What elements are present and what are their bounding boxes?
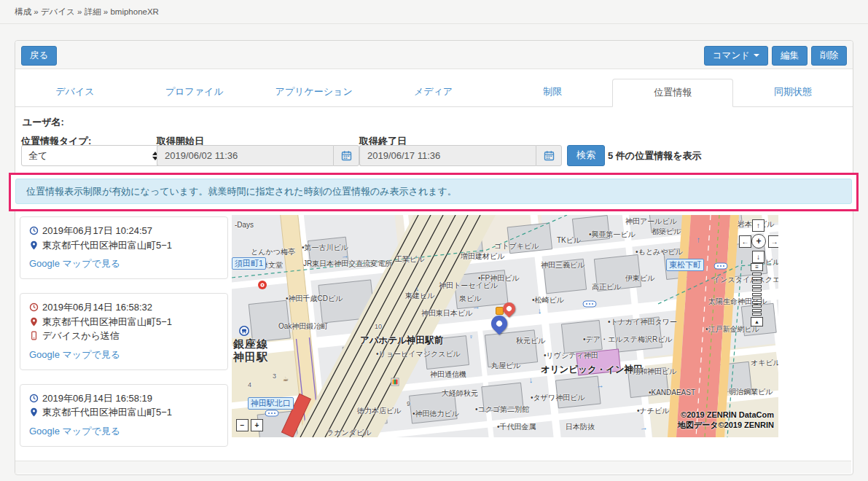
zoom-scale-top[interactable]: ≡: [751, 263, 763, 271]
result-count: 5 件の位置情報を表示: [608, 149, 701, 163]
red-location-pin[interactable]: [500, 300, 517, 317]
map[interactable]: → → → → → → → → → → → → ☕ ♀ -Daysとんかつ梅亭康…: [232, 215, 778, 437]
map-copyright-line2: 地図データ©2019 ZENRIN: [678, 420, 774, 431]
clock-icon: [29, 226, 39, 235]
map-label: 丸屋ビル: [491, 361, 520, 371]
calendar-icon: [544, 150, 555, 161]
end-date-calendar-button[interactable]: [536, 145, 562, 166]
tab-5[interactable]: 位置情報: [612, 79, 733, 107]
map-label: JR東日本神田交直流変電所: [303, 259, 392, 269]
search-button[interactable]: 検索: [567, 145, 605, 166]
google-maps-link[interactable]: Google マップで見る: [29, 257, 120, 270]
zoom-ladder-rung[interactable]: [752, 309, 762, 312]
alert-highlight-annotation: 位置情報表示制限が有効になっています。就業時間に指定された時刻の位置情報のみ表示…: [9, 173, 859, 211]
calendar-icon: [341, 150, 352, 161]
map-label: 徳力本店ビル: [357, 406, 401, 416]
zoom-ladder-rung[interactable]: [752, 273, 762, 275]
map-labels: -Daysとんかつ梅亭康文堂•第一古川ビルJR東日本神田交直流変電所•神田千歳C…: [232, 215, 778, 437]
map-label: オキビル: [751, 358, 778, 368]
map-label: 秋元ビル: [516, 336, 545, 346]
location-datetime: 2019年06月17日 10:24:57: [42, 224, 152, 238]
map-zoom-in-button[interactable]: +: [251, 419, 263, 431]
map-label: 神田東日本ビル: [421, 308, 472, 318]
google-maps-link[interactable]: Google マップで見る: [29, 348, 120, 361]
map-label: •トナカイ神田タワー: [608, 317, 677, 327]
phone-icon: [29, 331, 39, 340]
map-label: 伊東ビル: [625, 273, 654, 283]
tab-3[interactable]: メディア: [374, 79, 493, 107]
panel-footer: [15, 461, 851, 474]
map-label: 高正ビル: [592, 282, 621, 292]
map-label: 増田建材ビル: [461, 251, 504, 262]
location-list: 2019年06月17日 10:24:57東京都千代田区神田富山町5−1Googl…: [20, 216, 228, 459]
map-zoom-out-button[interactable]: −: [236, 419, 249, 431]
zoom-ladder-rung[interactable]: [752, 293, 762, 296]
google-maps-link[interactable]: Google マップで見る: [29, 425, 120, 438]
location-address: 東京都千代田区神田富山町5−1: [42, 405, 172, 420]
breadcrumb[interactable]: 構成 » デバイス » 詳細 » bmiphoneXR: [15, 7, 159, 17]
map-label: •リヴシティ神田: [544, 351, 598, 361]
pan-center-button[interactable]: +: [751, 234, 766, 249]
command-dropdown-button[interactable]: コマンド: [704, 46, 768, 66]
back-button[interactable]: 戻る: [21, 46, 57, 66]
map-label: -Days: [235, 221, 254, 229]
map-label: オリンピック・イン神田: [541, 364, 643, 376]
map-label: 工業ビル: [395, 254, 424, 265]
tab-1[interactable]: プロファイル: [135, 79, 254, 107]
map-label: 神田通信機: [430, 369, 466, 380]
map-label: •リョービイマジクスビル: [376, 349, 461, 359]
map-label: 東松下町: [666, 259, 704, 271]
location-type-select[interactable]: 全て: [21, 145, 165, 166]
zoom-ladder-rung[interactable]: [752, 313, 762, 316]
pan-right-button[interactable]: →: [768, 235, 778, 248]
map-copyright-line1: ©2019 ZENRIN DataCom: [681, 410, 774, 419]
map-pin-icon: [29, 407, 39, 417]
map-pin-icon: [29, 317, 39, 326]
pan-up-button[interactable]: ↑: [752, 219, 765, 232]
map-label: •ナチビル: [637, 406, 669, 416]
end-date-input[interactable]: 2019/06/17 11:36: [359, 145, 536, 166]
map-label: •デア・エルステ梅沢Rビル: [583, 335, 673, 345]
device-sent-label: デバイスから送信: [42, 329, 120, 343]
map-label: •興亜第一ビル: [589, 230, 636, 240]
zoom-ladder-rung[interactable]: [752, 281, 762, 283]
clock-icon: [29, 394, 39, 403]
map-label: 神田アールビル: [625, 216, 677, 227]
map-label: •コクゴ第二別館: [475, 404, 529, 415]
zoom-scale-bottom[interactable]: ▲: [751, 317, 763, 326]
map-label: •神田千歳CDビル: [286, 294, 343, 304]
pan-left-button[interactable]: ←: [739, 235, 751, 248]
tab-0[interactable]: デバイス: [15, 79, 135, 107]
location-card: 2019年06月14日 16:58:32東京都千代田区神田富山町5−1デバイスか…: [20, 293, 228, 370]
zoom-ladder-rung[interactable]: [752, 285, 762, 288]
delete-button[interactable]: 削除: [811, 46, 847, 66]
location-datetime: 2019年06月14日 16:58:32: [42, 300, 152, 315]
location-address: 東京都千代田区神田富山町5−1: [42, 315, 172, 329]
zoom-ladder-rung[interactable]: [752, 277, 762, 280]
map-label: •KANDAEAST: [649, 388, 695, 396]
username-label: ユーザ名:: [23, 116, 64, 129]
zoom-ladder-rung[interactable]: [752, 289, 762, 292]
map-label: TKビル: [557, 235, 581, 246]
tab-2[interactable]: アプリケーション: [254, 79, 374, 107]
map-label: •千代田金属: [497, 422, 536, 432]
map-label: •神田徳力ビル: [413, 409, 459, 419]
map-label: 翔和神田ビル: [633, 367, 676, 377]
map-label: 都築ビル: [652, 227, 681, 237]
zoom-ladder-rung[interactable]: [752, 297, 762, 300]
start-date-input[interactable]: 2019/06/02 11:36: [157, 145, 333, 166]
location-restriction-alert: 位置情報表示制限が有効になっています。就業時間に指定された時刻の位置情報のみ表示…: [15, 179, 852, 204]
map-label: 3: [273, 372, 276, 380]
pan-down-button[interactable]: ↓: [752, 251, 765, 263]
start-date-calendar-button[interactable]: [333, 145, 359, 166]
map-label: •もとみやビル: [636, 247, 683, 257]
map-label: アパホテル神田駅前: [360, 335, 443, 347]
map-label: 泉ビル: [459, 294, 481, 304]
zoom-ladder-rung[interactable]: [752, 305, 762, 308]
tab-4[interactable]: 制限: [493, 79, 612, 107]
map-label: 須田町1: [232, 257, 266, 270]
zoom-ladder-rung[interactable]: [752, 301, 762, 304]
caret-down-icon: [754, 54, 759, 57]
tab-6[interactable]: 同期状態: [733, 79, 853, 107]
edit-button[interactable]: 編集: [772, 46, 808, 66]
